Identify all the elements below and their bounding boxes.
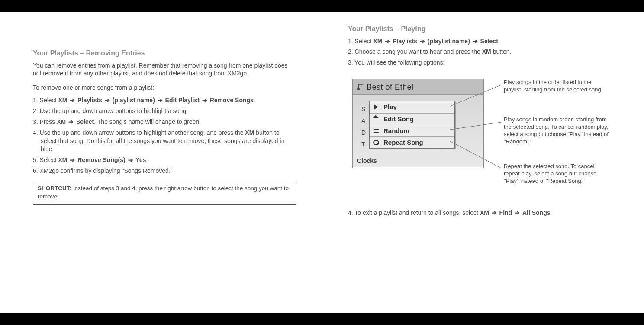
menu-item-play: Play [370,101,454,113]
shuffle-icon [373,128,379,134]
callout-repeat: Repeat the selected song. To cancel repe… [504,163,611,185]
play-icon [373,104,379,110]
menu-item-edit-song: Edit Song [370,114,454,125]
step-4-exit: 4. To exit a playlist and return to all … [348,209,611,217]
shortcut-box: SHORTCUT: Instead of steps 3 and 4, pres… [33,181,296,204]
pencil-icon [373,116,379,122]
arrow-icon: ➔ [201,97,208,104]
menu-item-repeat-song: Repeat Song [370,137,454,148]
arrow-icon: ➔ [104,97,111,104]
section-heading: Your Playlists – Playing [348,24,611,34]
music-note-icon [357,84,363,90]
arrow-icon: ➔ [472,38,479,45]
step-1: 1. Select XM ➔ Playlists ➔ (playlist nam… [348,37,611,46]
arrow-icon: ➔ [514,209,521,216]
device-screen: Best of Ethel S A D T Play Edit Song [352,79,484,168]
step-5: 5. Select XM ➔ Remove Song(s) ➔ Yes. [33,156,296,164]
now-playing-footer: Clocks [357,157,377,165]
left-page-body: Your Playlists – Removing Entries You ca… [0,12,322,313]
menu-item-random: Random [370,125,454,137]
step-6: 6. XM2go confirms by displaying "Songs R… [33,167,296,175]
steps-list: 1. Select XM ➔ Playlists ➔ (playlist nam… [33,96,296,175]
step-3: 3. You will see the following options: [348,58,611,67]
arrow-icon: ➔ [157,97,164,104]
arrow-icon: ➔ [419,38,426,45]
step-4: 4. Use the up and down arrow buttons to … [33,129,296,153]
arrow-icon: ➔ [68,118,74,125]
step-3: 3. Press XM ➔ Select. The song's name wi… [33,118,296,126]
arrow-icon: ➔ [69,97,76,104]
lead-text: To remove one or more songs from a playl… [33,84,296,92]
arrow-icon: ➔ [69,156,76,163]
section-heading: Your Playlists – Removing Entries [33,49,296,58]
steps-list: 1. Select XM ➔ Playlists ➔ (playlist nam… [348,37,611,67]
callout-random: Play songs in random order, starting fro… [504,116,611,146]
step-2: 2. Use the up and down arrow buttons to … [33,107,296,115]
shortcut-label: SHORTCUT: [38,185,71,192]
right-page-body: Your Playlists – Playing 1. Select XM ➔ … [322,12,644,313]
options-diagram: Best of Ethel S A D T Play Edit Song [348,79,611,192]
background-letters: S A D T [361,104,366,150]
left-page: 42 Using your XM2go Your Playlists – Rem… [0,12,322,313]
callout-play: Play songs in the order listed in the pl… [504,79,611,94]
playlist-title-bar: Best of Ethel [353,79,483,95]
arrow-icon: ➔ [384,38,391,45]
playlist-title: Best of Ethel [367,82,414,92]
intro-text: You can remove entries from a playlist. … [33,62,296,78]
step-1: 1. Select XM ➔ Playlists ➔ (playlist nam… [33,96,296,104]
shortcut-text: Instead of steps 3 and 4, press the righ… [38,185,289,199]
right-page: 43 Using your XM2go Your Playlists – Pla… [322,12,644,313]
popup-menu: Play Edit Song Random Repeat Song [369,101,455,149]
step-2: 2. Choose a song you want to hear and pr… [348,48,611,56]
arrow-icon: ➔ [127,156,134,163]
repeat-icon [373,140,379,145]
arrow-icon: ➔ [491,209,498,216]
